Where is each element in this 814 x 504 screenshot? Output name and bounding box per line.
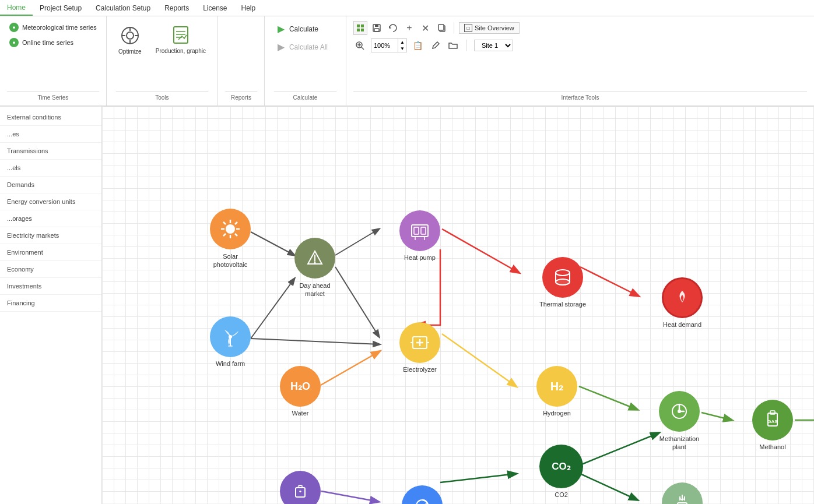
- online-timeseries-btn[interactable]: ● Online time series: [7, 36, 99, 49]
- optimize-btn[interactable]: Optimize: [116, 22, 144, 57]
- site-overview-btn[interactable]: □ Site Overview: [459, 22, 520, 34]
- node-solar[interactable]: Solarphotovoltaic: [210, 209, 251, 269]
- menu-item-project-setup[interactable]: Project Setup: [33, 2, 89, 15]
- sidebar-item-energy-conversion[interactable]: Energy conversion units: [0, 193, 101, 210]
- timeseries-section-label: Time Series: [7, 91, 99, 101]
- sidebar-item-2[interactable]: ...es: [0, 126, 101, 143]
- calculate-section-label: Calculate: [274, 91, 336, 101]
- copy2-icon[interactable]: 📋: [412, 39, 424, 52]
- node-methanol[interactable]: GAS Methanol: [752, 400, 793, 450]
- svg-line-36: [223, 234, 226, 236]
- node-co2-rejection[interactable]: CO2 rejection: [662, 482, 703, 504]
- reports-section-label: Reports: [225, 91, 257, 101]
- sidebar-item-environment[interactable]: Environment: [0, 244, 101, 261]
- node-heat-pump[interactable]: Heat pump: [399, 210, 440, 261]
- svg-point-52: [229, 335, 232, 339]
- wind-farm-label: Wind farm: [216, 360, 245, 367]
- toolbar-section-timeseries: ● Meteorological time series ● Online ti…: [0, 16, 107, 105]
- sidebar-item-demands[interactable]: Demands: [0, 177, 101, 193]
- delete-icon[interactable]: ✕: [419, 21, 433, 35]
- svg-rect-6: [174, 27, 188, 43]
- left-sidebar: External conditions ...es Transmissions …: [0, 107, 102, 504]
- svg-line-35: [235, 222, 237, 224]
- node-day-ahead[interactable]: Day aheadmarket: [294, 238, 335, 298]
- zoom-in-icon[interactable]: [353, 39, 366, 52]
- svg-rect-16: [374, 29, 379, 31]
- svg-line-33: [223, 222, 226, 224]
- svg-point-49: [556, 279, 570, 285]
- node-thermal-storage[interactable]: Thermal storage: [539, 257, 586, 308]
- sidebar-item-economy[interactable]: Economy: [0, 261, 101, 278]
- svg-rect-10: [357, 24, 360, 27]
- sidebar-item-electricity-markets[interactable]: Electricity markets: [0, 227, 101, 244]
- methanol-label: Methanol: [759, 443, 785, 450]
- node-electrolyzer[interactable]: Electrolyzer: [399, 322, 440, 373]
- methanization-label: Methanizationplant: [659, 435, 700, 452]
- electrolyzer-label: Electrolyzer: [403, 366, 436, 373]
- sidebar-item-4[interactable]: ...els: [0, 160, 101, 177]
- svg-line-25: [701, 413, 732, 420]
- save-icon[interactable]: [370, 21, 384, 35]
- toolbar-section-reports: Reports: [218, 16, 265, 105]
- sidebar-item-investments[interactable]: Investments: [0, 278, 101, 295]
- svg-rect-12: [357, 29, 360, 31]
- toolbar-section-interface-tools: + ✕ □ Site Overview: [346, 16, 814, 105]
- zoom-down-btn[interactable]: ▼: [398, 45, 406, 52]
- sidebar-item-transmissions[interactable]: Transmissions: [0, 143, 101, 160]
- folder-icon[interactable]: [447, 39, 459, 52]
- grid-view-icon[interactable]: [353, 21, 367, 35]
- menu-item-home[interactable]: Home: [0, 0, 33, 16]
- menu-item-calc-setup[interactable]: Calculation Setup: [89, 2, 157, 15]
- day-ahead-label: Day aheadmarket: [299, 281, 330, 298]
- svg-rect-15: [375, 24, 378, 27]
- thermal-storage-label: Thermal storage: [539, 301, 586, 308]
- heat-pump-label: Heat pump: [404, 254, 436, 261]
- tools-section-label: Tools: [116, 91, 208, 101]
- hydrogen-label: Hydrogen: [543, 410, 571, 417]
- node-heat-demand[interactable]: Heat demand: [662, 277, 703, 328]
- site-select[interactable]: Site 1: [474, 40, 513, 51]
- zoom-up-btn[interactable]: ▲: [398, 39, 406, 45]
- solar-label: Solarphotovoltaic: [213, 252, 248, 269]
- menu-item-help[interactable]: Help: [234, 2, 263, 15]
- node-co2[interactable]: CO₂ CO2: [539, 445, 583, 498]
- node-amin-upgrading[interactable]: Amin upgradingof biogas: [399, 485, 444, 504]
- calculate-all-btn[interactable]: ▶ Calculate All: [274, 39, 336, 55]
- interface-tools-label: Interface Tools: [353, 91, 807, 101]
- svg-point-39: [314, 262, 316, 264]
- node-biogas[interactable]: Biogasproduction: [280, 471, 321, 504]
- svg-point-51: [228, 345, 233, 347]
- svg-rect-13: [361, 29, 364, 31]
- optimize-label: Optimize: [118, 48, 141, 55]
- svg-line-20: [362, 47, 364, 50]
- svg-line-27: [321, 491, 378, 502]
- refresh-icon[interactable]: [386, 21, 400, 35]
- svg-point-45: [556, 270, 570, 276]
- copy-icon[interactable]: [435, 21, 449, 35]
- reports-btn[interactable]: Production, graphic: [153, 21, 208, 57]
- node-wind-farm[interactable]: Wind farm: [210, 316, 251, 367]
- svg-rect-18: [438, 24, 444, 30]
- toolbar-section-calculate: ▶ Calculate ▶ Calculate All Calculate: [265, 16, 346, 105]
- calculate-btn[interactable]: ▶ Calculate: [274, 21, 336, 37]
- zoom-input[interactable]: [371, 41, 398, 50]
- menu-item-reports[interactable]: Reports: [157, 2, 196, 15]
- add-icon[interactable]: +: [402, 21, 416, 35]
- toolbar: ● Meteorological time series ● Online ti…: [0, 16, 814, 107]
- sidebar-item-financing[interactable]: Financing: [0, 295, 101, 312]
- meteo-timeseries-btn[interactable]: ● Meteorological time series: [7, 21, 99, 34]
- reports-label: Production, graphic: [156, 48, 206, 55]
- svg-line-24: [251, 279, 294, 339]
- menu-item-license[interactable]: License: [196, 2, 234, 15]
- node-methanization[interactable]: Methanizationplant: [659, 391, 700, 452]
- menubar: Home Project Setup Calculation Setup Rep…: [0, 0, 814, 16]
- node-water[interactable]: H₂O Water: [280, 366, 321, 417]
- heat-demand-label: Heat demand: [663, 321, 701, 328]
- edit-icon[interactable]: [429, 39, 442, 52]
- svg-text:GAS: GAS: [767, 419, 778, 424]
- main-canvas[interactable]: Solarphotovoltaic Day aheadmarket: [102, 107, 814, 504]
- node-hydrogen[interactable]: H₂ Hydrogen: [536, 366, 577, 417]
- svg-point-59: [678, 410, 681, 413]
- sidebar-item-storages[interactable]: ...orages: [0, 210, 101, 227]
- sidebar-item-external-conditions[interactable]: External conditions: [0, 109, 101, 126]
